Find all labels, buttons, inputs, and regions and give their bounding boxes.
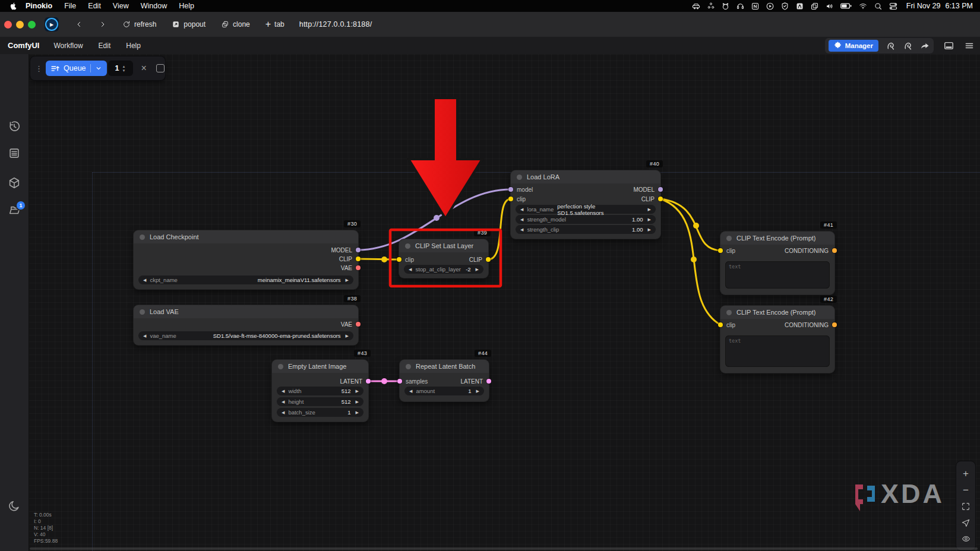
collapse-dot[interactable] (406, 364, 411, 369)
node-clip-text-encode-negative[interactable]: #42 CLIP Text Encode (Prompt) clip CONDI… (720, 306, 834, 373)
shield-icon[interactable] (780, 2, 789, 11)
output-port-latent[interactable]: LATENT (340, 377, 371, 385)
node-repeat-latent-batch[interactable]: #44 Repeat Latent Batch samples LATENT ◀… (400, 360, 489, 401)
input-port-clip[interactable]: clip (508, 195, 526, 203)
play-circle-icon[interactable] (766, 2, 774, 11)
output-port-clip[interactable]: CLIP (641, 195, 663, 203)
widget-decrement-icon[interactable]: ◀ (282, 410, 284, 414)
model-port-dot[interactable] (356, 248, 361, 252)
widget-increment-icon[interactable]: ▶ (356, 410, 359, 414)
collapse-dot[interactable] (405, 243, 410, 249)
window-bottom-scrollbar[interactable] (30, 547, 978, 550)
comfyui-brand[interactable]: ComfyUI (8, 41, 39, 50)
node-title[interactable]: Load VAE (134, 305, 358, 318)
clip-port-dot[interactable] (658, 197, 663, 201)
output-port-vae[interactable]: VAE (341, 264, 361, 272)
widget-height[interactable]: ◀ height 512 ▶ (277, 397, 363, 406)
menubar-app-name[interactable]: Pinokio (26, 2, 52, 10)
node-title[interactable]: Empty Latent Image (272, 360, 368, 373)
node-empty-latent-image[interactable]: #43 Empty Latent Image LATENT ◀ width 51… (272, 360, 368, 422)
node-title[interactable]: CLIP Text Encode (Prompt) (720, 306, 834, 319)
output-port-model[interactable]: MODEL (331, 246, 361, 254)
stack-icon[interactable] (810, 2, 819, 11)
step-up-icon[interactable]: ▲ (122, 65, 126, 68)
window-close-button[interactable] (4, 21, 12, 28)
vae-port-dot[interactable] (356, 322, 361, 327)
output-port-clip[interactable]: CLIP (469, 255, 491, 264)
input-port-clip[interactable]: clip (718, 246, 735, 255)
conditioning-port-dot[interactable] (832, 322, 837, 327)
clip-port-dot[interactable] (356, 256, 361, 261)
menubar-clock[interactable]: Fri Nov 29 6:13 PM (906, 2, 973, 10)
node-graph-canvas[interactable]: ⋮ Queue 1 ▲ ▼ × #30 Load Checkpoint MODE… (29, 54, 980, 551)
widget-decrement-icon[interactable]: ◀ (143, 278, 146, 282)
widget-increment-icon[interactable]: ▶ (346, 334, 349, 338)
drag-handle-icon[interactable]: ⋮ (35, 64, 43, 73)
widget-decrement-icon[interactable]: ◀ (520, 227, 523, 232)
swirl-icon-right[interactable] (903, 40, 913, 50)
clip-port-dot[interactable] (486, 257, 491, 262)
node-load-checkpoint[interactable]: #30 Load Checkpoint MODEL CLIP VAE ◀ ckp… (134, 230, 358, 289)
hamburger-menu-icon[interactable] (964, 41, 975, 50)
node-clip-text-encode-positive[interactable]: #41 CLIP Text Encode (Prompt) clip CONDI… (720, 232, 834, 294)
widget-increment-icon[interactable]: ▶ (356, 389, 359, 393)
node-title[interactable]: Load LoRA (511, 170, 660, 183)
widget-decrement-icon[interactable]: ◀ (143, 334, 146, 338)
output-port-conditioning[interactable]: CONDITIONING (785, 321, 837, 329)
vae-port-dot[interactable] (356, 265, 361, 270)
collapse-dot[interactable] (140, 309, 145, 315)
widget-decrement-icon[interactable]: ◀ (409, 267, 412, 271)
popout-button[interactable]: popout (172, 20, 206, 28)
widget-decrement-icon[interactable]: ◀ (409, 389, 412, 393)
new-tab-button[interactable]: + tab (265, 20, 284, 28)
widget-width[interactable]: ◀ width 512 ▶ (277, 387, 363, 395)
node-clip-set-last-layer[interactable]: #39 CLIP Set Last Layer clip CLIP ◀ stop… (399, 239, 488, 278)
menu-edit[interactable]: Edit (88, 2, 101, 10)
clone-button[interactable]: clone (221, 20, 250, 28)
widget-increment-icon[interactable]: ▶ (356, 400, 359, 404)
collapse-dot[interactable] (140, 235, 145, 240)
alfred-icon[interactable] (795, 2, 804, 11)
history-icon[interactable] (8, 120, 21, 133)
prompt-text-area[interactable]: text (725, 335, 830, 367)
url-field[interactable]: http://127.0.0.1:8188/ (299, 20, 372, 28)
clip-port-dot[interactable] (508, 197, 513, 201)
collapse-dot[interactable] (726, 236, 732, 241)
output-port-latent[interactable]: LATENT (460, 377, 491, 385)
widget-increment-icon[interactable]: ▶ (648, 207, 651, 211)
collapse-dot[interactable] (726, 310, 732, 315)
node-load-vae[interactable]: #38 Load VAE VAE ◀ vae_name SD1.5/vae-ft… (134, 305, 358, 345)
widget-decrement-icon[interactable]: ◀ (520, 217, 523, 221)
volume-icon[interactable] (825, 2, 834, 11)
widget-ckpt-name[interactable]: ◀ ckpt_name meinamix_meinaV11.safetensor… (138, 276, 353, 284)
input-port-clip[interactable]: clip (718, 321, 735, 329)
widget-vae-name[interactable]: ◀ vae_name SD1.5/vae-ft-mse-840000-ema-p… (138, 331, 353, 340)
chevron-down-icon[interactable] (95, 65, 102, 71)
batch-count-stepper[interactable]: 1 ▲ ▼ (108, 61, 133, 76)
menu-view[interactable]: View (113, 2, 129, 10)
widget-increment-icon[interactable]: ▶ (476, 267, 479, 271)
widget-decrement-icon[interactable]: ◀ (520, 207, 523, 211)
widget-decrement-icon[interactable]: ◀ (282, 400, 284, 404)
clip-port-dot[interactable] (718, 248, 723, 253)
input-port-samples[interactable]: samples (397, 377, 428, 385)
latent-port-dot[interactable] (366, 379, 371, 384)
conditioning-port-dot[interactable] (832, 248, 837, 253)
node-title[interactable]: Load Checkpoint (134, 230, 358, 243)
pinokio-logo[interactable]: ▶ (45, 17, 59, 31)
widget-strength-model[interactable]: ◀ strength_model 1.00 ▶ (516, 215, 656, 224)
widget-batch-size[interactable]: ◀ batch_size 1 ▶ (277, 408, 363, 417)
prompt-text-area[interactable]: text (725, 261, 830, 289)
widget-stop-at-clip-layer[interactable]: ◀ stop_at_clip_layer -2 ▶ (404, 265, 483, 274)
bottom-panel-toggle-icon[interactable] (943, 40, 954, 51)
widget-amount[interactable]: ◀ amount 1 ▶ (404, 387, 484, 395)
latent-port-dot[interactable] (397, 379, 402, 384)
clip-port-dot[interactable] (718, 322, 723, 327)
comfy-menu-workflow[interactable]: Workflow (53, 42, 83, 50)
theme-moon-icon[interactable] (8, 499, 21, 512)
stop-icon[interactable] (156, 64, 165, 72)
output-port-clip[interactable]: CLIP (339, 255, 361, 263)
input-port-clip[interactable]: clip (397, 255, 414, 264)
pan-navigate-icon[interactable] (961, 518, 970, 528)
headset-icon[interactable] (736, 2, 745, 11)
